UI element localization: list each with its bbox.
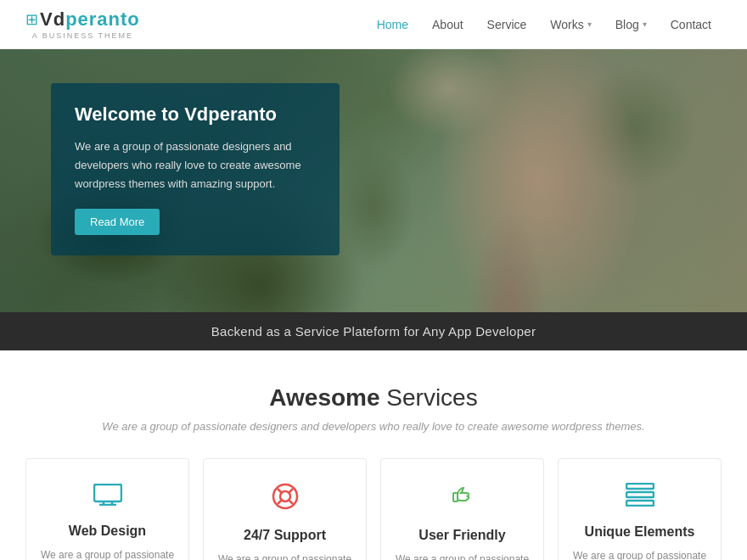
services-title-bold: Awesome bbox=[269, 384, 379, 411]
svg-line-8 bbox=[278, 501, 282, 505]
hero-content-box: Welcome to Vdperanto We are a group of p… bbox=[51, 83, 340, 255]
hero-title: Welcome to Vdperanto bbox=[75, 104, 316, 126]
unique-elements-name: Unique Elements bbox=[572, 524, 707, 540]
services-heading: Awesome Services bbox=[25, 384, 722, 412]
logo-icon: ⊞ bbox=[25, 10, 38, 29]
nav-label-works: Works bbox=[550, 18, 583, 31]
nav-label-service: Service bbox=[487, 18, 527, 31]
hero-section: Welcome to Vdperanto We are a group of p… bbox=[0, 49, 747, 312]
svg-point-5 bbox=[280, 491, 290, 501]
nav-label-blog: Blog bbox=[615, 18, 639, 31]
unique-elements-icon bbox=[572, 483, 707, 512]
main-nav: Home About Service Works ▾ Blog ▾ Contac… bbox=[367, 13, 722, 36]
services-subtitle: We are a group of passionate designers a… bbox=[25, 420, 722, 433]
web-design-name: Web Design bbox=[40, 524, 175, 539]
service-card-support: 24/7 Support We are a group of passionat… bbox=[203, 458, 367, 560]
web-design-desc: We are a group of passionate designers a… bbox=[40, 547, 175, 560]
service-card-user-friendly: User Friendly We are a group of passiona… bbox=[380, 458, 544, 560]
blog-dropdown-icon: ▾ bbox=[643, 20, 647, 29]
services-title-rest: Services bbox=[380, 384, 478, 411]
header: ⊞ Vdperanto A Business Theme Home About … bbox=[0, 0, 747, 49]
user-friendly-name: User Friendly bbox=[395, 528, 530, 543]
service-card-unique-elements: Unique Elements We are a group of passio… bbox=[558, 458, 722, 560]
nav-item-contact[interactable]: Contact bbox=[660, 13, 722, 36]
logo-title-accent: peranto bbox=[65, 8, 140, 30]
service-card-web-design: Web Design We are a group of passionate … bbox=[25, 458, 189, 560]
services-grid: Web Design We are a group of passionate … bbox=[25, 458, 722, 560]
services-section: Awesome Services We are a group of passi… bbox=[0, 350, 747, 560]
user-friendly-icon bbox=[395, 483, 530, 516]
svg-point-4 bbox=[273, 484, 297, 508]
nav-item-about[interactable]: About bbox=[422, 13, 474, 36]
nav-label-contact: Contact bbox=[671, 18, 711, 31]
svg-rect-11 bbox=[626, 484, 654, 489]
banner-text: Backend as a Service Plateform for Any A… bbox=[211, 324, 536, 339]
nav-label-home: Home bbox=[377, 18, 408, 31]
svg-line-6 bbox=[278, 489, 282, 493]
nav-item-home[interactable]: Home bbox=[367, 13, 418, 36]
svg-rect-12 bbox=[626, 492, 654, 497]
logo-subtitle: A Business Theme bbox=[25, 31, 140, 40]
svg-rect-13 bbox=[626, 501, 654, 506]
nav-item-works[interactable]: Works ▾ bbox=[540, 13, 601, 36]
logo: ⊞ Vdperanto A Business Theme bbox=[25, 8, 140, 40]
nav-label-about: About bbox=[432, 18, 463, 31]
hero-read-more-button[interactable]: Read More bbox=[75, 209, 160, 235]
works-dropdown-icon: ▾ bbox=[587, 20, 592, 29]
svg-rect-0 bbox=[94, 484, 121, 501]
support-icon bbox=[217, 483, 352, 516]
nav-item-blog[interactable]: Blog ▾ bbox=[605, 13, 657, 36]
web-design-icon bbox=[40, 483, 175, 512]
unique-elements-desc: We are a group of passionate designers a… bbox=[572, 548, 707, 560]
logo-title: Vdperanto bbox=[40, 8, 140, 31]
logo-title-plain: Vd bbox=[40, 8, 65, 30]
hero-description: We are a group of passionate designers a… bbox=[75, 137, 316, 193]
banner-bar: Backend as a Service Plateform for Any A… bbox=[0, 312, 747, 350]
svg-line-7 bbox=[289, 489, 293, 493]
user-friendly-desc: We are a group of passionate designers a… bbox=[395, 552, 530, 560]
support-desc: We are a group of passionate designers a… bbox=[217, 552, 352, 560]
svg-rect-10 bbox=[453, 493, 458, 501]
svg-line-9 bbox=[289, 501, 293, 505]
support-name: 24/7 Support bbox=[217, 528, 352, 543]
nav-item-service[interactable]: Service bbox=[477, 13, 537, 36]
